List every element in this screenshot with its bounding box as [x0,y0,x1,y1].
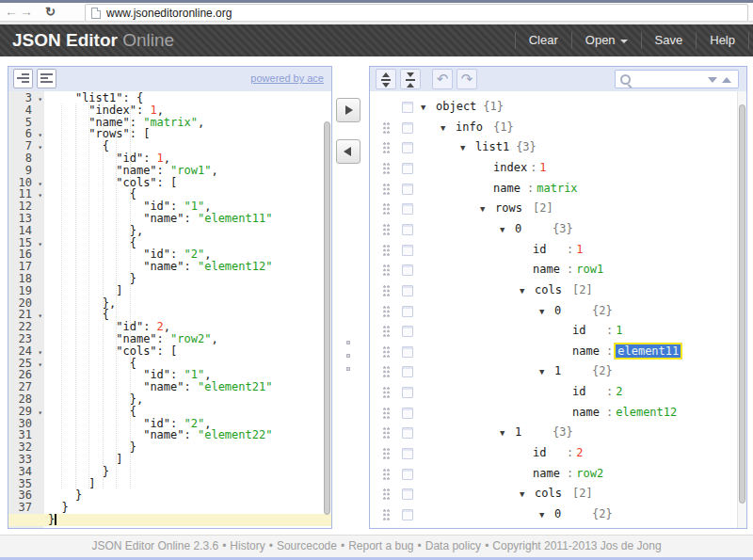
undo-button[interactable]: ↶ [432,69,453,89]
node-field[interactable]: name [572,344,603,359]
node-field[interactable]: rows [495,200,526,216]
drag-handle-icon[interactable] [383,285,391,296]
node-value[interactable]: 1 [616,324,622,337]
drag-handle-icon[interactable] [383,408,391,419]
node-field[interactable]: cols [535,486,566,501]
help-button[interactable]: Help [696,32,749,49]
node-value[interactable]: element12 [616,406,677,419]
node-action-checkbox[interactable] [402,102,413,113]
node-action-checkbox[interactable] [402,509,413,520]
tree-scrollbar[interactable] [739,104,745,504]
node-value[interactable]: 2 [616,385,622,398]
node-field[interactable]: id [572,384,603,399]
drag-handle-icon[interactable] [383,387,391,398]
node-action-checkbox[interactable] [402,224,413,235]
node-action-checkbox[interactable] [402,366,413,377]
collapse-triangle-icon[interactable]: ▼ [441,120,456,136]
search-input[interactable] [634,72,718,88]
redo-button[interactable]: ↷ [457,69,477,89]
footer-link[interactable]: Sourcecode [277,539,337,552]
node-action-checkbox[interactable] [402,306,413,317]
collapse-triangle-icon[interactable]: ▼ [539,304,554,319]
node-field[interactable]: cols [535,282,566,297]
collapse-triangle-icon[interactable]: ▼ [421,100,436,115]
node-field[interactable]: 1 [554,363,585,378]
node-action-checkbox[interactable] [402,203,413,215]
drag-handle-icon[interactable] [383,306,391,317]
format-button[interactable] [13,69,33,88]
drag-handle-icon[interactable] [383,224,391,235]
clear-button[interactable]: Clear [515,32,571,49]
node-field[interactable]: list1 [475,139,509,154]
search-next-icon[interactable] [708,77,717,83]
node-field[interactable]: name [572,405,603,420]
node-action-checkbox[interactable] [402,285,413,296]
collapse-triangle-icon[interactable]: ▼ [539,364,554,379]
drag-handle-icon[interactable] [383,488,391,500]
node-value[interactable]: 2 [576,446,583,459]
drag-handle-icon[interactable] [383,469,391,480]
node-action-checkbox[interactable] [402,346,413,358]
node-field[interactable]: name [533,466,564,481]
node-field[interactable]: index [493,160,527,175]
node-field[interactable]: 0 [554,506,585,521]
drag-handle-icon[interactable] [383,366,391,377]
node-action-checkbox[interactable] [402,142,413,153]
node-action-checkbox[interactable] [402,264,413,276]
node-action-checkbox[interactable] [402,387,413,398]
back-icon[interactable]: ← [5,3,18,21]
drag-handle-icon[interactable] [383,163,391,174]
expand-all-button[interactable] [376,69,396,89]
node-action-checkbox[interactable] [402,184,413,195]
node-action-checkbox[interactable] [402,245,413,256]
collapse-triangle-icon[interactable]: ▼ [500,222,515,237]
drag-handle-icon[interactable] [383,142,391,153]
node-field[interactable]: id [572,323,603,338]
collapse-all-button[interactable] [400,69,421,89]
node-action-checkbox[interactable] [402,122,413,134]
node-value[interactable]: row1 [576,263,603,276]
drag-handle-icon[interactable] [383,346,391,358]
node-field[interactable]: id [533,242,564,257]
collapse-triangle-icon[interactable]: ▼ [520,283,535,298]
node-action-checkbox[interactable] [402,488,413,500]
collapse-triangle-icon[interactable]: ▼ [520,487,535,502]
node-action-checkbox[interactable] [402,163,413,174]
node-action-checkbox[interactable] [402,408,413,419]
collapse-triangle-icon[interactable]: ▼ [500,425,515,440]
drag-handle-icon[interactable] [383,448,391,459]
node-field[interactable]: name [493,181,524,196]
save-button[interactable]: Save [641,32,697,49]
footer-link[interactable]: History [230,539,264,552]
node-field[interactable]: 0 [554,303,585,318]
node-action-checkbox[interactable] [402,469,413,480]
drag-handle-icon[interactable] [383,264,391,276]
editor-scrollbar[interactable] [324,121,330,515]
node-value[interactable]: row2 [576,467,603,480]
compact-button[interactable] [37,69,56,88]
node-action-checkbox[interactable] [402,427,413,439]
node-field[interactable]: info [456,120,487,135]
node-field[interactable]: 0 [515,221,546,236]
node-field[interactable]: object [436,99,476,114]
collapse-triangle-icon[interactable]: ▼ [480,201,495,216]
footer-link[interactable]: Report a bug [348,539,413,552]
open-button[interactable]: Open [571,32,641,49]
address-bar[interactable]: www.jsoneditoronline.org [85,4,748,22]
node-field[interactable]: id [533,445,564,460]
node-value[interactable]: matrix [537,182,577,195]
drag-handle-icon[interactable] [383,326,391,337]
footer-link[interactable]: Data policy [425,539,481,552]
node-value[interactable]: 1 [576,243,583,256]
collapse-triangle-icon[interactable]: ▼ [460,140,475,155]
drag-handle-icon[interactable] [383,245,391,256]
powered-by-ace-link[interactable]: powered by ace [250,72,324,84]
drag-handle-icon[interactable] [383,122,391,134]
ace-editor[interactable]: 3▾456▾7▾8910▾11▾12131415▾161718192021▾22… [8,91,331,528]
drag-handle-icon[interactable] [383,427,391,439]
node-action-checkbox[interactable] [402,448,413,459]
node-field[interactable]: name [533,262,564,277]
reload-icon[interactable]: ↻ [45,3,56,21]
node-value[interactable]: 1 [539,161,546,174]
copy-to-left-button[interactable] [336,139,360,164]
